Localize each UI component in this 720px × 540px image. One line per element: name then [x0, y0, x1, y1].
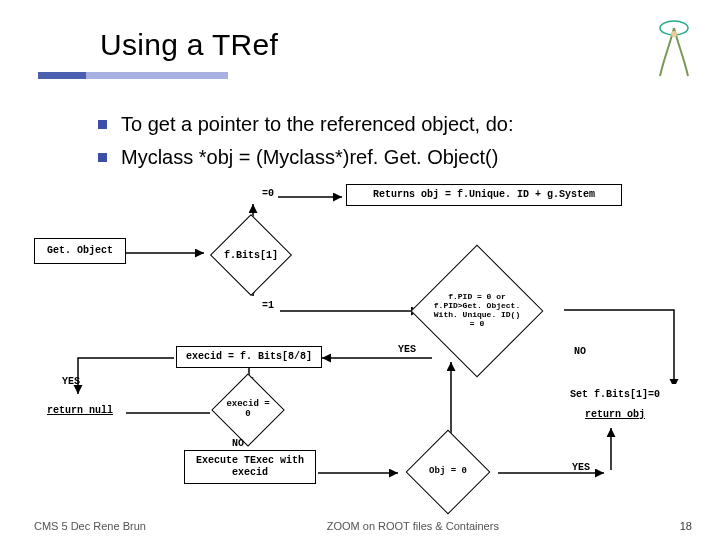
flowchart: Get. Object f.Bits[1] =0 Returns obj = f… — [0, 198, 720, 508]
node-fpid-label: f.PID = 0 or f.PID>Get. Object. With. Un… — [431, 265, 523, 357]
node-execid-zero-label: execid = 0 — [223, 385, 273, 435]
arrow — [498, 468, 610, 478]
node-return-null: return null — [34, 400, 126, 422]
logo-image — [650, 14, 698, 78]
node-fbits-label: f.Bits[1] — [223, 227, 279, 283]
label-yes-objzero: YES — [572, 462, 590, 473]
node-fbits-decision: f.Bits[1] — [210, 214, 292, 296]
label-yes-fpid: YES — [398, 344, 416, 355]
label-no-execid: NO — [232, 438, 244, 449]
label-yes-left: YES — [62, 376, 80, 387]
node-obj-zero-decision: Obj = 0 — [406, 430, 491, 515]
list-item: Myclass *obj = (Myclass*)ref. Get. Objec… — [98, 143, 513, 172]
label-no-fpid: NO — [574, 346, 586, 357]
label-eq0: =0 — [262, 188, 274, 199]
slide: Using a TRef To get a pointer to the ref… — [0, 0, 720, 540]
list-item: To get a pointer to the referenced objec… — [98, 110, 513, 139]
svg-point-1 — [671, 31, 677, 37]
bullet-icon — [98, 153, 107, 162]
arrow — [318, 353, 436, 363]
bullet-text: To get a pointer to the referenced objec… — [121, 110, 513, 139]
arrow — [280, 306, 426, 316]
node-execid-zero-decision: execid = 0 — [211, 373, 285, 447]
node-execute-texec: Execute TExec with execid — [184, 450, 316, 484]
bullet-list: To get a pointer to the referenced objec… — [98, 110, 513, 176]
node-return-obj: return obj — [566, 404, 664, 426]
node-getobject: Get. Object — [34, 238, 126, 264]
footer: CMS 5 Dec Rene Brun ZOOM on ROOT files &… — [34, 520, 692, 532]
node-returns-obj: Returns obj = f.Unique. ID + g.System — [346, 184, 622, 206]
label-eq1: =1 — [262, 300, 274, 311]
node-set-fbits: Set f.Bits[1]=0 — [554, 384, 676, 406]
bullet-text: Myclass *obj = (Myclass*)ref. Get. Objec… — [121, 143, 498, 172]
page-title: Using a TRef — [100, 28, 278, 62]
arrow — [278, 192, 348, 202]
arrow — [606, 424, 616, 474]
footer-left: CMS 5 Dec Rene Brun — [34, 520, 146, 532]
node-obj-zero-label: Obj = 0 — [419, 443, 477, 501]
arrow — [126, 248, 210, 258]
arrow — [318, 468, 404, 478]
accent-bar — [38, 72, 228, 79]
bullet-icon — [98, 120, 107, 129]
arrow — [78, 354, 178, 434]
page-number: 18 — [680, 520, 692, 532]
node-execid-bits: execid = f. Bits[8/8] — [176, 346, 322, 368]
footer-center: ZOOM on ROOT files & Containers — [327, 520, 499, 532]
